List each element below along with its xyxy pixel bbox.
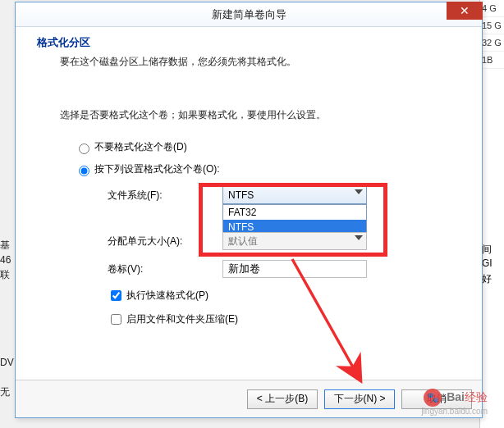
bg-row: 15 G: [480, 17, 504, 34]
wizard-dialog: 新建简单卷向导 ✕ 格式化分区 要在这个磁盘分区上储存数据，您必须先将其格式化。…: [15, 2, 483, 418]
bg-row: 32 G: [480, 34, 504, 52]
allocation-value: 默认值: [228, 234, 258, 248]
radio-no-format-input[interactable]: [79, 143, 89, 154]
filesystem-label: 文件系统(F):: [108, 189, 222, 203]
compress-check[interactable]: 启用文件和文件夹压缩(E): [108, 312, 460, 327]
title-bar: 新建简单卷向导 ✕: [16, 2, 482, 27]
close-button[interactable]: ✕: [447, 2, 483, 20]
dialog-title: 新建简单卷向导: [212, 7, 286, 22]
bg-text: 间: [482, 243, 492, 257]
radio-no-format[interactable]: 不要格式化这个卷(D): [75, 140, 460, 154]
compress-label: 启用文件和文件夹压缩(E): [126, 312, 238, 326]
watermark-sub: jingyan.baidu.com: [421, 407, 488, 416]
bg-text: 无: [0, 385, 10, 399]
paw-icon: 🐾: [424, 389, 442, 407]
watermark-brand1: Bai: [447, 390, 465, 403]
chevron-down-icon: [355, 189, 363, 194]
quick-format-checkbox[interactable]: [111, 290, 121, 301]
compress-checkbox[interactable]: [111, 314, 121, 325]
filesystem-dropdown: FAT32 NTFS: [222, 204, 367, 235]
section-heading: 格式化分区: [37, 35, 460, 50]
filesystem-combobox[interactable]: NTFS FAT32 NTFS: [222, 186, 367, 204]
filesystem-option-fat32[interactable]: FAT32: [223, 205, 366, 220]
watermark: 🐾 Bai经验 jingyan.baidu.com: [424, 389, 488, 407]
allocation-combobox[interactable]: 默认值: [222, 232, 367, 250]
bg-row: 1B: [480, 52, 504, 69]
back-button[interactable]: < 上一步(B): [247, 389, 318, 409]
quick-format-check[interactable]: 执行快速格式化(P): [108, 288, 460, 303]
volume-label-input[interactable]: [222, 260, 367, 278]
radio-no-format-label: 不要格式化这个卷(D): [94, 140, 187, 154]
button-bar: < 上一步(B) 下一步(N) > 取消: [16, 380, 482, 417]
background-right-panel: 4 G 15 G 32 G 1B 间 GI 好: [479, 0, 504, 428]
close-icon: ✕: [460, 5, 470, 16]
watermark-brand2: 经验: [465, 390, 488, 403]
prompt-text: 选择是否要格式化这个卷；如果要格式化，要使用什么设置。: [60, 108, 460, 122]
bg-text: GI: [482, 257, 493, 269]
bg-row: 4 G: [480, 0, 504, 17]
chevron-down-icon: [355, 235, 363, 240]
watermark-brand: Bai经验: [447, 390, 488, 405]
radio-format-input[interactable]: [79, 166, 89, 176]
radio-format[interactable]: 按下列设置格式化这个卷(O):: [75, 162, 460, 176]
filesystem-value: NTFS: [228, 189, 254, 201]
bg-text: DV: [0, 357, 14, 368]
next-button-label: 下一步(N) >: [334, 392, 386, 406]
volume-label-label: 卷标(V):: [108, 262, 222, 276]
allocation-label: 分配单元大小(A):: [108, 234, 222, 248]
quick-format-label: 执行快速格式化(P): [126, 289, 208, 303]
section-subheading: 要在这个磁盘分区上储存数据，您必须先将其格式化。: [60, 55, 460, 69]
background-left-text: 基 46 联: [0, 238, 15, 282]
next-button[interactable]: 下一步(N) >: [324, 389, 395, 409]
radio-format-label: 按下列设置格式化这个卷(O):: [94, 162, 220, 176]
back-button-label: < 上一步(B): [257, 392, 308, 406]
bg-text: 好: [482, 272, 492, 286]
